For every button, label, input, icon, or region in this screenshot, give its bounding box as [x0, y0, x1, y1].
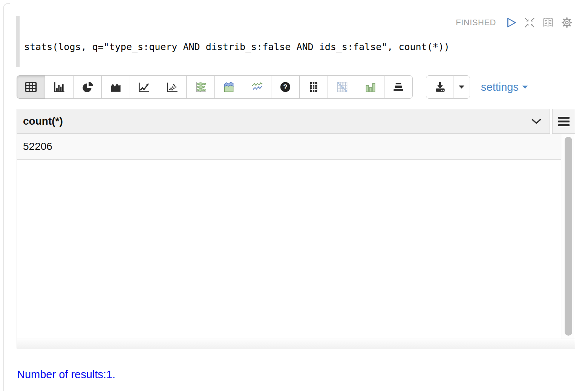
vertical-scrollbar[interactable] — [562, 134, 575, 339]
settings-toggle[interactable]: settings — [481, 81, 528, 93]
help-button[interactable]: ? — [271, 75, 300, 99]
bubble-chart-button[interactable] — [186, 75, 215, 99]
line-chart-icon — [137, 80, 151, 94]
collapse-icon — [524, 17, 535, 28]
table-body: 52206 — [17, 134, 575, 348]
caret-down-icon — [458, 85, 465, 89]
results-count-text: Number of results:1. — [17, 368, 115, 381]
svg-text:?: ? — [283, 83, 288, 91]
horizontal-bars-icon — [391, 80, 406, 94]
zeppelin-paragraph: FINISHED — [0, 0, 588, 391]
display-controls: ? — [17, 75, 588, 99]
code-editor[interactable]: stats(logs, q="type_s:query AND distrib_… — [24, 41, 450, 52]
multi-line-icon — [250, 80, 264, 94]
download-split-button — [426, 75, 470, 99]
pivot-grid-icon — [306, 80, 321, 94]
heatmap-icon — [335, 80, 349, 94]
pivot-table-button[interactable] — [299, 75, 328, 99]
run-paragraph-button[interactable] — [506, 17, 517, 28]
multi-line-chart-button[interactable] — [243, 75, 271, 99]
table-column-header[interactable]: count(*) — [17, 109, 550, 134]
settings-label: settings — [481, 81, 519, 93]
column-header-label: count(*) — [23, 115, 531, 127]
bar-chart-icon — [52, 80, 66, 94]
heatmap-button[interactable] — [328, 75, 356, 99]
table-view-button[interactable] — [17, 75, 45, 99]
line-chart-button[interactable] — [130, 75, 158, 99]
book-icon — [542, 17, 554, 29]
show-editor-button[interactable] — [542, 17, 554, 29]
stacked-area-chart-button[interactable] — [214, 75, 243, 99]
collapse-output-button[interactable] — [524, 17, 535, 28]
download-icon — [433, 80, 447, 94]
funnel-chart-button[interactable] — [384, 75, 413, 99]
paragraph-status-bar: FINISHED — [456, 17, 573, 29]
caret-down-icon — [522, 86, 528, 89]
column-chart-button[interactable] — [356, 75, 384, 99]
gear-icon — [561, 17, 573, 29]
download-button[interactable] — [426, 75, 453, 99]
area-chart-icon — [109, 80, 123, 94]
editor-gutter-bar — [16, 16, 20, 67]
paragraph-settings-button[interactable] — [561, 17, 573, 29]
download-options-button[interactable] — [453, 75, 470, 99]
table-body-rows: 52206 — [17, 134, 561, 339]
chevron-down-icon[interactable] — [531, 119, 541, 124]
help-icon: ? — [278, 80, 292, 94]
status-badge: FINISHED — [456, 18, 496, 27]
stacked-area-icon — [222, 80, 236, 94]
pie-chart-icon — [80, 80, 95, 94]
paragraph-border — [3, 3, 10, 391]
table-cell: 52206 — [17, 141, 52, 153]
bar-chart-button[interactable] — [45, 75, 74, 99]
play-icon — [506, 17, 517, 28]
bubble-chart-icon — [193, 80, 208, 94]
green-bars-icon — [363, 80, 377, 94]
scatter-chart-button[interactable] — [158, 75, 187, 99]
chart-type-toolbar: ? — [17, 75, 413, 99]
pie-chart-button[interactable] — [73, 75, 102, 99]
table-icon — [24, 80, 38, 94]
vertical-scrollbar-thumb[interactable] — [565, 137, 572, 336]
horizontal-scrollbar[interactable] — [17, 339, 575, 348]
table-menu-button[interactable] — [552, 109, 575, 134]
table-row: 52206 — [17, 134, 561, 160]
area-chart-button[interactable] — [101, 75, 130, 99]
scatter-chart-icon — [165, 80, 179, 94]
hamburger-icon — [558, 117, 570, 119]
